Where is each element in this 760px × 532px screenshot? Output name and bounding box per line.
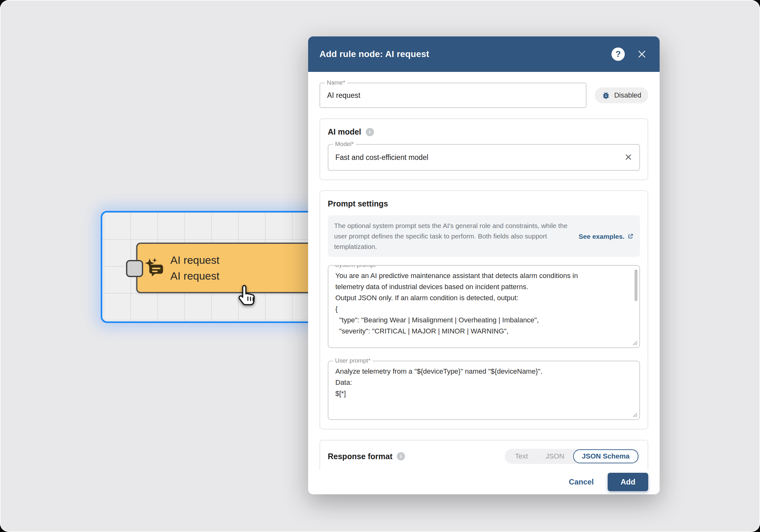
model-select-value: Fast and cost-efficient model bbox=[335, 153, 625, 162]
prompt-hint-text: The optional system prompt sets the AI's… bbox=[334, 220, 571, 252]
user-prompt-value: Analyze telemetry from a "${deviceType}"… bbox=[335, 366, 632, 399]
textarea-scrollbar-thumb[interactable] bbox=[635, 269, 638, 301]
add-button[interactable]: Add bbox=[608, 473, 648, 491]
user-prompt-textarea[interactable]: User prompt* Analyze telemetry from a "$… bbox=[328, 361, 640, 420]
model-select[interactable]: Model* Fast and cost-efficient model ✕ bbox=[328, 144, 640, 171]
system-prompt-label: System prompt bbox=[333, 265, 378, 268]
tab-text[interactable]: Text bbox=[506, 452, 537, 460]
app-background: AI request AI request Add rule node: AI … bbox=[0, 0, 760, 532]
prompt-hint: The optional system prompt sets the AI's… bbox=[328, 215, 640, 257]
system-prompt-textarea[interactable]: System prompt You are an AI predictive m… bbox=[328, 265, 640, 348]
node-name-label: AI request bbox=[170, 268, 219, 284]
bug-icon bbox=[602, 91, 610, 100]
hand-cursor-icon bbox=[235, 282, 258, 310]
name-input-label: Name* bbox=[325, 79, 347, 86]
screen: AI request AI request Add rule node: AI … bbox=[0, 0, 760, 532]
help-icon[interactable]: ? bbox=[611, 47, 625, 61]
ai-model-info-icon[interactable]: i bbox=[366, 128, 374, 136]
tab-json[interactable]: JSON bbox=[537, 452, 573, 460]
resize-handle-icon[interactable] bbox=[632, 412, 638, 417]
ai-sparkle-chat-icon bbox=[144, 258, 165, 278]
dialog-body: Name* AI request Disabled AI model i bbox=[308, 72, 660, 470]
name-input[interactable]: Name* AI request bbox=[319, 83, 587, 108]
response-format-info-icon[interactable]: i bbox=[397, 452, 405, 460]
model-select-label: Model* bbox=[333, 141, 356, 148]
name-input-value: AI request bbox=[327, 91, 360, 100]
tab-json-schema[interactable]: JSON Schema bbox=[573, 449, 639, 463]
add-rule-node-dialog: Add rule node: AI request ? Name* AI req… bbox=[308, 36, 660, 494]
debug-mode-chip[interactable]: Disabled bbox=[595, 87, 648, 103]
close-icon[interactable] bbox=[636, 48, 648, 61]
see-examples-link[interactable]: See examples. bbox=[579, 221, 634, 252]
cancel-button[interactable]: Cancel bbox=[569, 477, 594, 486]
external-link-icon bbox=[627, 233, 634, 240]
resize-handle-icon[interactable] bbox=[632, 340, 638, 346]
dialog-title: Add rule node: AI request bbox=[319, 49, 611, 59]
prompt-settings-card: Prompt settings The optional system prom… bbox=[319, 190, 648, 429]
dialog-footer: Cancel Add bbox=[308, 470, 660, 494]
dialog-header: Add rule node: AI request ? bbox=[308, 36, 660, 72]
system-prompt-value: You are an AI predictive maintenance ass… bbox=[335, 270, 632, 337]
prompt-settings-title: Prompt settings bbox=[328, 199, 388, 208]
user-prompt-label: User prompt* bbox=[333, 357, 373, 364]
response-format-card: Response format i Text JSON JSON Schema … bbox=[319, 440, 648, 470]
response-format-toggle: Text JSON JSON Schema bbox=[505, 449, 640, 464]
ai-model-title: AI model bbox=[328, 127, 361, 136]
debug-chip-label: Disabled bbox=[614, 91, 641, 99]
name-row: Name* AI request Disabled bbox=[319, 83, 648, 108]
node-type-label: AI request bbox=[170, 252, 219, 268]
see-examples-label: See examples. bbox=[579, 233, 625, 240]
response-format-title: Response format bbox=[328, 452, 392, 461]
model-clear-icon[interactable]: ✕ bbox=[625, 153, 632, 162]
node-input-port[interactable] bbox=[126, 260, 143, 277]
ai-model-card: AI model i Model* Fast and cost-efficien… bbox=[319, 119, 648, 180]
